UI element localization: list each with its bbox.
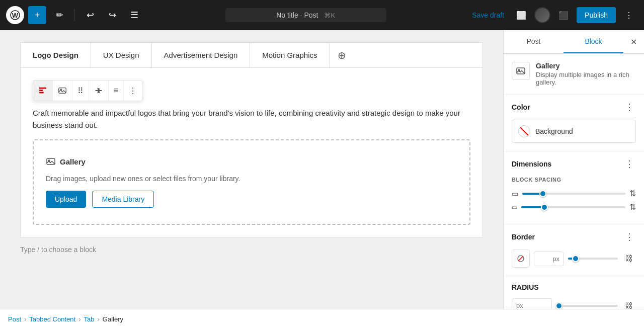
sidebar-slider-row-1: ▭ ⇅	[512, 189, 636, 198]
undo-button[interactable]: ↩	[81, 6, 99, 24]
sidebar-tabs: Post Block ✕	[504, 30, 644, 54]
tab-motion-graphics[interactable]: Motion Graphics	[250, 43, 330, 67]
more-options-button[interactable]: ⋮	[620, 6, 638, 24]
inline-toolbar-image-icon[interactable]	[53, 80, 72, 101]
sidebar-dimensions-header[interactable]: Dimensions ⋮	[504, 151, 644, 177]
post-title: No title · Post	[276, 11, 318, 19]
sidebar-gallery-desc: Display multiple images in a rich galler…	[536, 71, 636, 86]
sidebar-background-color-item[interactable]: Background	[512, 120, 636, 143]
main-layout: Logo Design UX Design Advertisement Desi…	[0, 30, 644, 309]
sidebar-slider2-adjust[interactable]: ⇅	[629, 202, 636, 212]
svg-rect-7	[47, 158, 55, 164]
post-title-shortcut: ⌘K	[324, 12, 335, 19]
tab-ux-design[interactable]: UX Design	[91, 43, 152, 67]
sidebar-dimensions-content: BLOCK SPACING ▭ ⇅ ▭	[504, 177, 644, 224]
tab-add-button[interactable]: ⊕	[330, 43, 354, 67]
svg-line-12	[518, 256, 523, 261]
toolbar-center: No title · Post ⌘K	[147, 8, 464, 22]
border-px-input[interactable]	[534, 252, 564, 266]
breadcrumb: Post › Tabbed Content › Tab › Gallery	[0, 309, 644, 329]
content-block: ⠿ ≡ ⋮ Craft memorable and impactful logo…	[20, 68, 483, 237]
inline-toolbar-more-icon[interactable]: ⋮	[124, 80, 142, 101]
sidebar-slider2-track[interactable]	[521, 206, 625, 208]
sidebar-color-section: Color ⋮ Background	[504, 95, 644, 151]
gallery-actions: Upload Media Library	[46, 191, 154, 208]
breadcrumb-post[interactable]: Post	[8, 315, 21, 323]
breadcrumb-tab[interactable]: Tab	[84, 315, 95, 323]
sidebar-border-slider-track[interactable]	[568, 258, 618, 260]
svg-rect-2	[39, 88, 46, 89]
sidebar-radius-slider-track[interactable]	[556, 305, 618, 307]
sidebar-border-title: Border	[512, 233, 535, 241]
sidebar-gallery-icon	[512, 62, 530, 80]
sidebar-slider1-adjust[interactable]: ⇅	[629, 189, 636, 198]
sidebar-border-more[interactable]: ⋮	[623, 231, 636, 242]
sidebar-slider1-icon: ▭	[512, 190, 518, 198]
content-paragraph: Craft memorable and impactful logos that…	[33, 107, 470, 131]
sidebar-color-more[interactable]: ⋮	[623, 102, 636, 113]
gallery-block-title-row: Gallery	[46, 156, 86, 167]
sidebar-background-color-label: Background	[535, 127, 573, 135]
media-library-button[interactable]: Media Library	[92, 191, 154, 208]
breadcrumb-current: Gallery	[103, 315, 123, 323]
redo-button[interactable]: ↪	[103, 6, 121, 24]
svg-text:W: W	[12, 12, 19, 19]
sidebar-tab-post[interactable]: Post	[504, 30, 564, 53]
sidebar-radius-content: ⛓	[504, 298, 644, 309]
inline-toolbar-arrows-icon[interactable]	[89, 80, 109, 101]
toolbar: W + ✏ ↩ ↪ ☰ No title · Post ⌘K Save draf…	[0, 0, 644, 30]
wp-logo[interactable]: W	[6, 6, 24, 24]
sidebar-color-header[interactable]: Color ⋮	[504, 95, 644, 120]
sidebar-border-row: ⛓	[512, 250, 636, 268]
radius-input[interactable]	[512, 298, 552, 309]
sidebar-border-link-button[interactable]: ⛓	[622, 252, 636, 266]
settings-toggle-button[interactable]: ⬛	[554, 6, 573, 24]
sidebar-slider2-thumb[interactable]	[541, 204, 548, 211]
edit-tool-button[interactable]: ✏	[50, 6, 68, 24]
sidebar-radius-header: RADIUS	[504, 276, 644, 298]
add-block-button[interactable]: +	[28, 6, 46, 24]
toolbar-right: Save draft ⬜ ⬛ Publish ⋮	[468, 6, 638, 24]
publish-button[interactable]: Publish	[577, 7, 616, 23]
inline-toolbar-align-icon[interactable]: ≡	[109, 80, 124, 101]
sidebar-dimensions-title: Dimensions	[512, 160, 551, 168]
sidebar-slider-row-2: ▭ ⇅	[512, 202, 636, 212]
tab-logo-design[interactable]: Logo Design	[21, 43, 91, 67]
upload-button[interactable]: Upload	[46, 191, 86, 208]
sidebar: Post Block ✕ Gallery Display multiple im…	[503, 30, 644, 309]
sidebar-border-slider-thumb[interactable]	[572, 255, 579, 262]
sidebar-border-section: Border ⋮	[504, 224, 644, 276]
sidebar-slider1-track[interactable]	[522, 193, 625, 195]
inline-toolbar-grid-icon[interactable]: ⠿	[72, 80, 89, 101]
save-draft-button[interactable]: Save draft	[468, 8, 508, 22]
sidebar-slider1-thumb[interactable]	[539, 190, 546, 197]
sidebar-tab-block[interactable]: Block	[564, 30, 623, 53]
toolbar-separator	[74, 9, 75, 21]
sidebar-border-content: ⛓	[504, 250, 644, 276]
sidebar-border-header[interactable]: Border ⋮	[504, 224, 644, 250]
svg-rect-9	[517, 68, 525, 74]
sidebar-slider2-icon: ▭	[512, 204, 517, 211]
sidebar-border-icon-button[interactable]	[512, 250, 530, 268]
view-toggle-button[interactable]: ⬜	[512, 6, 530, 24]
sidebar-gallery-info-text: Gallery Display multiple images in a ric…	[536, 62, 636, 86]
sidebar-radius-section: RADIUS ⛓	[504, 276, 644, 309]
sidebar-radius-title: RADIUS	[512, 283, 539, 291]
sidebar-radius-row: ⛓	[512, 298, 636, 309]
block-placeholder[interactable]: Type / to choose a block	[20, 237, 483, 262]
inline-toolbar: ⠿ ≡ ⋮	[33, 80, 142, 101]
tab-advertisement-design[interactable]: Advertisement Design	[152, 43, 251, 67]
inline-toolbar-tabs-icon[interactable]	[33, 80, 53, 101]
sidebar-close-button[interactable]: ✕	[623, 30, 644, 53]
gallery-block-title-text: Gallery	[60, 157, 86, 166]
gallery-block: Gallery Drag images, upload new ones or …	[33, 139, 470, 225]
breadcrumb-tabbed-content[interactable]: Tabbed Content	[29, 315, 75, 323]
sidebar-radius-link-button[interactable]: ⛓	[622, 299, 636, 309]
gallery-block-description: Drag images, upload new ones or select f…	[46, 175, 240, 183]
avatar[interactable]	[534, 7, 550, 23]
sidebar-dimensions-more[interactable]: ⋮	[623, 158, 636, 170]
post-title-bar[interactable]: No title · Post ⌘K	[225, 8, 386, 22]
sidebar-radius-slider-thumb[interactable]	[555, 302, 562, 309]
sidebar-block-spacing-label: BLOCK SPACING	[512, 177, 636, 183]
list-view-button[interactable]: ☰	[125, 6, 143, 24]
